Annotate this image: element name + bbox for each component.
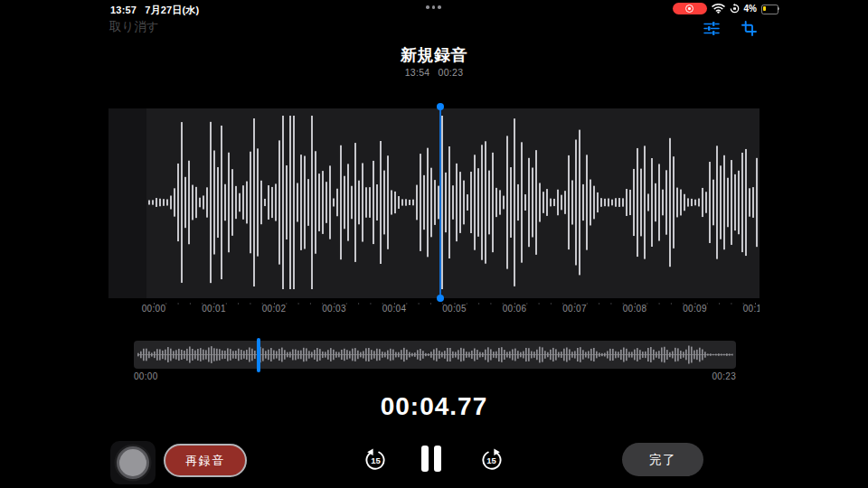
- skip-back-15-button[interactable]: 15: [363, 447, 388, 472]
- timeline-label: 00:10: [743, 304, 760, 314]
- recording-time: 13:54: [405, 67, 430, 78]
- cancel-button[interactable]: 取り消す: [109, 19, 159, 35]
- sliders-icon: [703, 21, 721, 36]
- timeline-label: 00:03: [322, 304, 346, 314]
- recording-meta: 13:5400:23: [0, 67, 868, 78]
- status-date: 7月27日(水): [145, 5, 199, 15]
- status-time-date: 13:577月27日(水): [110, 4, 199, 17]
- orientation-lock-icon: [730, 4, 740, 14]
- done-button[interactable]: 完了: [622, 443, 703, 476]
- trim-button[interactable]: [739, 18, 760, 39]
- recording-indicator-icon[interactable]: [673, 3, 707, 14]
- rerecord-button[interactable]: 再録音: [164, 444, 247, 477]
- waveform-panel[interactable]: [108, 108, 760, 298]
- pause-button[interactable]: [421, 446, 445, 472]
- timeline-label: 00:01: [202, 304, 226, 314]
- overview-playhead[interactable]: [257, 338, 260, 372]
- recording-duration: 00:23: [439, 67, 464, 78]
- svg-text:15: 15: [486, 455, 496, 465]
- svg-text:15: 15: [371, 455, 381, 465]
- battery-percent: 4%: [744, 4, 757, 14]
- overview-start-label: 00:00: [134, 371, 158, 381]
- playback-settings-button[interactable]: [701, 19, 722, 38]
- wifi-icon: [712, 4, 725, 14]
- record-circle-icon: [117, 446, 149, 479]
- waveform-overview: [134, 341, 736, 369]
- waveform-main: [108, 108, 760, 298]
- recording-title: 新規録音: [0, 44, 868, 66]
- status-icons: 4%: [673, 3, 779, 14]
- overview-end-label: 00:23: [712, 371, 736, 381]
- multitasking-indicator-icon[interactable]: [426, 5, 441, 9]
- skip-forward-15-icon: 15: [479, 447, 504, 472]
- playhead[interactable]: [439, 109, 441, 298]
- crop-icon: [741, 20, 758, 37]
- skip-forward-15-button[interactable]: 15: [479, 447, 504, 472]
- timeline-labels: 00:0000:0100:0200:0300:0400:0500:0600:07…: [108, 304, 760, 315]
- voice-memos-edit-screen: 13:577月27日(水) 4% 取り消す: [0, 0, 868, 488]
- skip-back-15-icon: 15: [363, 447, 388, 472]
- record-button[interactable]: [110, 441, 156, 484]
- nav-icons: [701, 18, 760, 39]
- timeline-label: 00:09: [683, 304, 707, 314]
- timeline-label: 00:05: [442, 304, 467, 314]
- overview-scrubber[interactable]: [134, 341, 736, 369]
- timeline-label: 00:02: [262, 304, 287, 314]
- timeline-label: 00:00: [142, 304, 166, 314]
- status-clock: 13:57: [110, 5, 137, 15]
- current-time-display: 00:04.77: [0, 392, 868, 421]
- timeline-label: 00:04: [382, 304, 407, 314]
- battery-icon: [761, 5, 779, 14]
- timeline-label: 00:06: [503, 304, 527, 314]
- timeline-label: 00:08: [623, 304, 647, 314]
- timeline-label: 00:07: [562, 304, 587, 314]
